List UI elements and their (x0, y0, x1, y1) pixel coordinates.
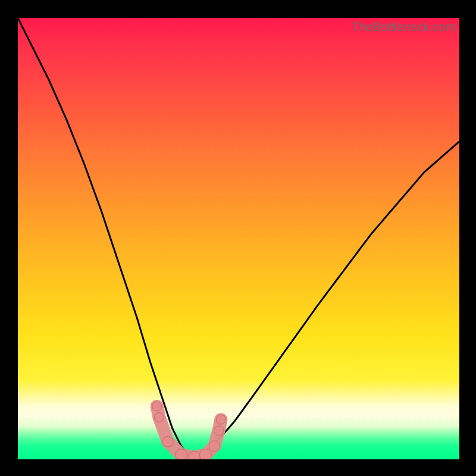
plot-area: TheBottleneck.com (18, 18, 459, 459)
trough-marker (199, 449, 211, 459)
trough-marker (152, 402, 162, 411)
trough-marker (162, 436, 173, 447)
trough-marker (209, 441, 220, 452)
trough-marker (154, 413, 164, 422)
chart-frame: TheBottleneck.com (0, 0, 476, 476)
curve-right-branch (195, 142, 459, 459)
plot-svg (18, 18, 459, 459)
curve-left-branch (18, 18, 195, 459)
trough-marker (216, 415, 226, 424)
trough-marker (176, 449, 187, 459)
trough-marker (214, 426, 224, 436)
